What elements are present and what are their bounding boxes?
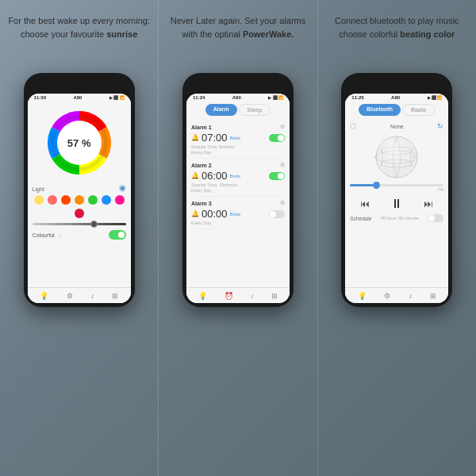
alarm-3-gear[interactable]: ⚙ [280, 200, 285, 206]
status-bar-2: 11:24 A90 ▶ ⬛ 📶 [186, 94, 290, 101]
alarm-list: Alarm 1 ⚙ 🔔 07:00 Birds Sunrise Time: 5m… [186, 119, 290, 303]
color-dot-pink[interactable] [115, 195, 125, 205]
alarm-2-toggle[interactable] [269, 172, 285, 180]
alarm-2-time: 06:00 [202, 170, 228, 182]
time-1: 11:30 [34, 95, 46, 100]
main-container: For the best wake up every morning: choo… [0, 0, 476, 476]
alarm-1-time: 07:00 [202, 132, 228, 144]
slider-thumb[interactable] [90, 221, 98, 228]
alarm-2-gear[interactable]: ⚙ [280, 162, 285, 168]
bt-dot [350, 123, 356, 129]
screen3-content: Bluetooth Radio None ↻ [345, 101, 448, 303]
nav2-grid[interactable]: ⊞ [271, 292, 278, 300]
schedule-toggle[interactable] [428, 214, 443, 222]
phone-1: 11:30 A90 ▶ ⬛ 📶 [24, 73, 135, 307]
status-icons-1: ▶ ⬛ 📶 [109, 95, 125, 100]
colourful-toggle[interactable] [109, 230, 126, 240]
alarm-1-toggle[interactable] [269, 134, 285, 142]
nav2-light[interactable]: 💡 [198, 292, 207, 300]
nav-light[interactable]: 💡 [40, 292, 48, 300]
status-icons-3: ▶ ⬛ 📶 [428, 95, 443, 100]
progress-area: 7% [350, 184, 443, 192]
screen-1: 11:30 A90 ▶ ⬛ 📶 [28, 94, 131, 303]
alarm-1-title: Alarm 1 [191, 125, 212, 130]
nav-settings[interactable]: ⚙ [67, 292, 73, 300]
notch-2 [221, 73, 255, 79]
tab-bluetooth[interactable]: Bluetooth [359, 104, 401, 116]
panel-3-text: Connect bluetooth to play music choose c… [326, 14, 468, 62]
alarm-3-toggle[interactable] [269, 210, 285, 218]
bt-refresh-icon[interactable]: ↻ [437, 122, 443, 130]
screen-3: 11:25 A90 ▶ ⬛ 📶 Bluetooth Radio None [345, 94, 448, 303]
speaker-3d: ‹ › [373, 133, 420, 181]
svg-text:›: › [413, 152, 415, 161]
alarm-2-title: Alarm 2 [191, 163, 212, 168]
color-dot-orange[interactable] [75, 195, 84, 205]
color-wheel[interactable]: 57 % [44, 107, 115, 178]
status-bar-1: 11:30 A90 ▶ ⬛ 📶 [28, 94, 131, 101]
play-pause-button[interactable]: ⏸ [390, 197, 403, 211]
screen2-content: Alarm Sleep Alarm 1 ⚙ 🔔 [186, 101, 290, 303]
device-row: None ↻ [350, 122, 443, 130]
tab-radio[interactable]: Radio [402, 104, 435, 116]
nav3-grid[interactable]: ⊞ [430, 292, 436, 300]
brightness-slider[interactable] [33, 223, 126, 225]
alarm-2-sub2: Every Day [191, 188, 285, 193]
status-bar-3: 11:25 A90 ▶ ⬛ 📶 [345, 94, 448, 101]
progress-bar[interactable] [350, 184, 443, 186]
color-dot-orange-red[interactable] [61, 195, 71, 205]
schedule-time: 00 hour 00 minute [381, 216, 419, 221]
screen1-content: 57 % Light ◉ [28, 101, 131, 303]
bt-tabs: Bluetooth Radio [345, 101, 448, 119]
bottom-nav-3: 💡 ⚙ ♪ ⊞ [345, 287, 448, 303]
progress-fill [350, 184, 374, 186]
time-3: 11:25 [351, 95, 363, 100]
alarm-3-bell: 🔔 [191, 210, 199, 217]
alarm-2: Alarm 2 ⚙ 🔔 06:00 Birds Sunrise Time: 10… [191, 159, 285, 197]
alarm-1-gear[interactable]: ⚙ [280, 124, 285, 130]
screen-2: 11:24 A90 ▶ ⬛ 📶 Alarm Sleep [186, 94, 290, 303]
checkmark: ✓ [58, 232, 62, 238]
colourful-label: Colourful [33, 232, 55, 238]
playback-controls: ⏮ ⏸ ⏭ [350, 197, 443, 211]
color-dot-red[interactable] [48, 195, 57, 205]
panel-3: Connect bluetooth to play music choose c… [318, 0, 476, 476]
svg-point-6 [376, 136, 417, 178]
nav-music[interactable]: ♪ [90, 292, 94, 300]
phone-2: 11:24 A90 ▶ ⬛ 📶 Alarm Sleep [182, 73, 294, 307]
bottom-nav-2: 💡 ⏰ ♪ ⊞ [186, 287, 290, 303]
alarm-3-sound: Birds [230, 212, 241, 217]
nav-grid[interactable]: ⊞ [112, 292, 118, 300]
nav3-settings[interactable]: ⚙ [384, 292, 390, 300]
alarm-3: Alarm 3 ⚙ 🔔 00:00 Birds Every Day [191, 197, 285, 229]
notch-3 [380, 73, 413, 79]
prev-button[interactable]: ⏮ [360, 198, 370, 209]
alarm-3-time: 00:00 [202, 208, 228, 220]
tab-sleep[interactable]: Sleep [239, 104, 271, 116]
light-icon[interactable]: ◉ [119, 183, 126, 192]
next-button[interactable]: ⏭ [424, 198, 433, 209]
notch-1 [63, 73, 96, 79]
color-dot-crimson[interactable] [75, 209, 84, 218]
colourful-row: Colourful ✓ [33, 230, 126, 240]
alarm-3-sub2: Every Day [191, 221, 285, 225]
time-2: 11:24 [193, 95, 205, 100]
nav2-alarm[interactable]: ⏰ [225, 292, 233, 300]
model-2: A90 [232, 95, 241, 100]
alarm-1-sub1: Sunrise Time: 5minute [191, 144, 285, 149]
alarm-3-title: Alarm 3 [191, 201, 212, 206]
tab-alarm[interactable]: Alarm [205, 104, 237, 116]
nav3-light[interactable]: 💡 [358, 292, 367, 300]
color-dot-green[interactable] [88, 195, 98, 205]
light-label: Light [33, 186, 44, 192]
color-dot-yellow[interactable] [34, 195, 44, 205]
panel-2: Never Later again. Set your alarms with … [159, 0, 317, 476]
nav2-music[interactable]: ♪ [251, 292, 255, 300]
progress-thumb[interactable] [373, 182, 380, 189]
alarm-2-sub1: Sunrise Time: 10minute [191, 182, 285, 187]
nav3-music[interactable]: ♪ [409, 292, 413, 300]
panel-1: For the best wake up every morning: choo… [0, 0, 159, 476]
schedule-label: Schedule [350, 216, 371, 221]
color-dot-blue[interactable] [102, 195, 111, 205]
brightness-value: 57 % [67, 137, 91, 149]
